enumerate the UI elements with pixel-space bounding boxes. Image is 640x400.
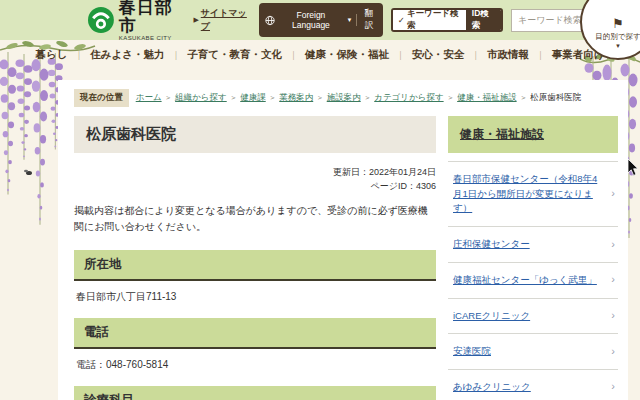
breadcrumb-link-gyomu[interactable]: 業務案内 — [279, 92, 313, 104]
divider — [356, 14, 357, 26]
breadcrumb-separator: ＞ — [520, 93, 528, 103]
breadcrumb-separator: ＞ — [447, 93, 455, 103]
sidebar-list: 春日部市保健センター（令和8年4月1日から開所日が変更になります） › 庄和保健… — [448, 161, 618, 400]
breadcrumb-separator: ＞ — [230, 93, 238, 103]
chevron-right-icon: › — [611, 307, 615, 324]
chevron-right-icon: › — [611, 379, 615, 396]
sidebar: 健康・福祉施設 春日部市保健センター（令和8年4月1日から開所日が変更になります… — [448, 116, 618, 400]
chevron-right-icon: › — [611, 343, 615, 360]
updated-date: 更新日：2022年01月24日 — [74, 166, 436, 180]
breadcrumb-separator: ＞ — [316, 93, 324, 103]
nav-separator: ｜ — [171, 49, 180, 62]
nav-item-shisei[interactable]: 市政情報 — [487, 48, 529, 62]
sidebar-link: 庄和保健センター — [453, 238, 530, 249]
sidebar-link: 健康福祉センター「ゆっく武里」 — [453, 274, 597, 285]
nav-separator: ｜ — [289, 49, 298, 62]
nav-separator: ｜ — [536, 49, 545, 62]
main-column: 松原歯科医院 更新日：2022年01月24日 ページID：4306 掲載内容は都… — [74, 116, 436, 400]
breadcrumb-link-soshiki[interactable]: 組織から探す — [175, 92, 227, 104]
check-icon: ✓ — [398, 15, 405, 25]
content-panel: 現在の位置 ホーム ＞ 組織から探す ＞ 健康課 ＞ 業務案内 ＞ 施設案内 ＞… — [58, 80, 628, 400]
sidebar-item-hoken-center[interactable]: 春日部市保健センター（令和8年4月1日から開所日が変更になります） › — [448, 162, 618, 227]
nav-separator: ｜ — [74, 49, 83, 62]
breadcrumb-separator: ＞ — [269, 93, 277, 103]
sidebar-link: 安達医院 — [453, 345, 491, 356]
sidebar-item-icare-clinic[interactable]: iCAREクリニック › — [448, 299, 618, 335]
city-name: 春日部市 — [119, 0, 186, 35]
nav-separator: ｜ — [471, 49, 480, 62]
sidebar-item-ayumi-clinic[interactable]: あゆみクリニック › — [448, 370, 618, 400]
mouse-cursor — [627, 158, 640, 177]
nav-item-sumiyosa[interactable]: 住みよさ・魅力 — [90, 48, 164, 62]
chevron-right-icon: › — [611, 236, 615, 253]
id-tab-label: ID検索 — [472, 8, 495, 32]
site-header: 春日部市 KASUKABE CITY ▶ サイトマップ Foreign Lang… — [0, 0, 640, 40]
notice-text: 掲載内容は都合により変更となる場合がありますので、受診の前に必ず医療機関にお問い… — [74, 203, 436, 236]
triangle-right-icon: ▶ — [193, 16, 198, 24]
page: 春日部市 KASUKABE CITY ▶ サイトマップ Foreign Lang… — [0, 0, 640, 400]
address-value: 春日部市八丁目711-13 — [76, 290, 436, 304]
section-heading-address: 所在地 — [74, 250, 436, 281]
sidebar-link: iCAREクリニック — [453, 310, 530, 321]
breadcrumb: 現在の位置 ホーム ＞ 組織から探す ＞ 健康課 ＞ 業務案内 ＞ 施設案内 ＞… — [74, 89, 618, 107]
sitemap-label: サイトマップ — [201, 7, 252, 33]
bee-decoration — [24, 170, 32, 175]
keyword-tab-label: キーワード検索 — [407, 8, 461, 32]
nav-item-kosodate[interactable]: 子育て・教育・文化 — [187, 48, 282, 62]
city-name-en: KASUKABE CITY — [119, 35, 186, 41]
search-mode-tabs: ✓ キーワード検索 ID検索 — [391, 8, 503, 32]
breadcrumb-link-shisetsu[interactable]: 施設案内 — [327, 92, 361, 104]
breadcrumb-link-home[interactable]: ホーム — [136, 92, 162, 104]
chevron-down-icon: ▼ — [615, 43, 621, 49]
breadcrumb-current: 松原歯科医院 — [530, 92, 581, 104]
sidebar-link: あゆみクリニック — [453, 381, 531, 392]
chevron-right-icon: › — [611, 272, 615, 289]
page-id: ページID：4306 — [74, 180, 436, 194]
chevron-right-icon: › — [611, 186, 615, 203]
page-title: 松原歯科医院 — [74, 116, 436, 153]
breadcrumb-separator: ＞ — [364, 93, 372, 103]
foreign-language-button[interactable]: Foreign Language ▼ 翻訳 — [259, 3, 382, 37]
nav-item-anshin[interactable]: 安心・安全 — [412, 48, 465, 62]
flag-icon: ⚑ — [612, 17, 624, 30]
translate-label: 翻訳 — [361, 8, 376, 32]
breadcrumb-link-kenkoka[interactable]: 健康課 — [240, 92, 266, 104]
sidebar-link: 春日部市保健センター（令和8年4月1日から開所日が変更になります） — [453, 173, 597, 213]
city-logo[interactable]: 春日部市 KASUKABE CITY — [88, 0, 185, 41]
foreign-language-label: Foreign Language — [280, 10, 343, 30]
section-heading-departments: 診療科目 — [74, 386, 436, 400]
sidebar-title[interactable]: 健康・福祉施設 — [448, 116, 618, 153]
tab-keyword-search[interactable]: ✓ キーワード検索 — [393, 10, 466, 30]
tab-id-search[interactable]: ID検索 — [466, 10, 501, 30]
section-heading-phone: 電話 — [74, 318, 436, 349]
breadcrumb-link-category[interactable]: カテゴリから探す — [374, 92, 443, 104]
breadcrumb-label: 現在の位置 — [74, 89, 129, 107]
sidebar-title-link[interactable]: 健康・福祉施設 — [460, 127, 544, 141]
purpose-label: 目的別で探す — [595, 32, 640, 42]
sidebar-item-yukku-takesato[interactable]: 健康福祉センター「ゆっく武里」 › — [448, 263, 618, 299]
chevron-down-icon: ▼ — [346, 17, 352, 23]
sidebar-item-showa-hoken[interactable]: 庄和保健センター › — [448, 227, 618, 263]
city-logo-text: 春日部市 KASUKABE CITY — [119, 0, 186, 41]
sidebar-item-adachi-iin[interactable]: 安達医院 › — [448, 334, 618, 370]
breadcrumb-separator: ＞ — [165, 93, 173, 103]
sitemap-link[interactable]: ▶ サイトマップ — [193, 7, 251, 33]
page-meta: 更新日：2022年01月24日 ページID：4306 — [74, 166, 436, 194]
breadcrumb-link-kenko-fukushi[interactable]: 健康・福祉施設 — [457, 92, 517, 104]
nav-separator: ｜ — [396, 49, 405, 62]
global-nav: 暮らし ｜ 住みよさ・魅力 ｜ 子育て・教育・文化 ｜ 健康・保険・福祉 ｜ 安… — [0, 40, 640, 70]
nav-item-kenko[interactable]: 健康・保険・福祉 — [305, 48, 389, 62]
nav-item-kurashi[interactable]: 暮らし — [35, 48, 67, 62]
globe-icon — [265, 15, 275, 26]
phone-value: 電話：048-760-5814 — [76, 358, 436, 372]
city-emblem-icon — [88, 6, 114, 34]
